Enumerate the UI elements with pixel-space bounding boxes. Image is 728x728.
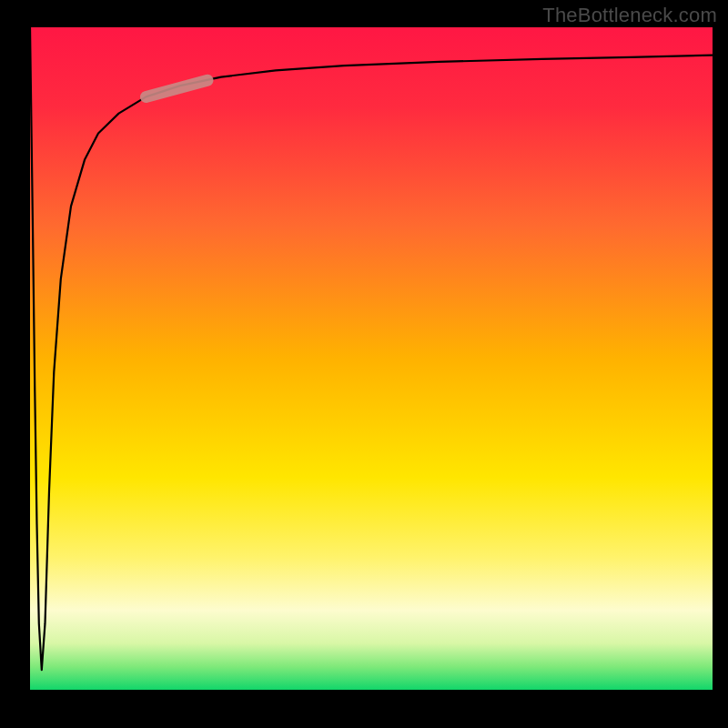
chart-container: TheBottleneck.com (0, 0, 728, 728)
bottleneck-chart (0, 0, 728, 728)
watermark-text: TheBottleneck.com (542, 4, 717, 27)
plot-background (30, 27, 713, 690)
